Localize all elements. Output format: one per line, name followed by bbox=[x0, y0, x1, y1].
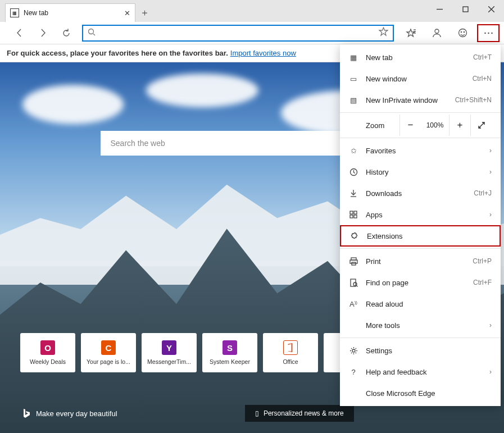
bottom-bar: Make every day beautiful ▯ Personalized … bbox=[0, 405, 504, 422]
menu-apps[interactable]: Apps› bbox=[340, 204, 501, 225]
window-controls bbox=[426, 0, 504, 18]
menu-favorites[interactable]: ✩Favorites› bbox=[340, 140, 501, 161]
settings-and-more-button[interactable] bbox=[477, 24, 500, 42]
menu-read-aloud[interactable]: A))Read aloud bbox=[340, 293, 501, 315]
window-close-button[interactable] bbox=[478, 0, 504, 18]
menu-close-edge[interactable]: Close Microsoft Edge bbox=[340, 382, 501, 404]
print-icon bbox=[349, 257, 358, 266]
top-site-tile[interactable]: SSystem Keeper bbox=[202, 333, 257, 372]
office-icon bbox=[283, 340, 298, 355]
news-label: Personalized news & more bbox=[264, 409, 344, 417]
svg-rect-1 bbox=[463, 7, 468, 12]
browser-tab[interactable]: ▦ New tab ✕ bbox=[5, 3, 135, 22]
menu-more-tools[interactable]: More tools› bbox=[340, 315, 501, 336]
fullscreen-button[interactable] bbox=[470, 115, 492, 136]
svg-marker-7 bbox=[407, 29, 415, 37]
chevron-right-icon: › bbox=[489, 168, 492, 176]
toolbar bbox=[0, 22, 504, 44]
history-icon bbox=[349, 168, 358, 176]
apps-icon bbox=[349, 211, 358, 218]
svg-point-13 bbox=[461, 31, 461, 32]
tile-label: System Keeper bbox=[210, 358, 250, 365]
read-aloud-icon: A)) bbox=[349, 300, 358, 308]
favorite-star-icon[interactable] bbox=[379, 27, 388, 39]
tile-label: Weekly Deals bbox=[30, 358, 66, 365]
menu-history[interactable]: History› bbox=[340, 161, 501, 183]
newtab-favicon: ▦ bbox=[10, 8, 19, 17]
menu-find[interactable]: Find on pageCtrl+F bbox=[340, 272, 501, 293]
svg-marker-18 bbox=[288, 343, 293, 353]
tile-label: Your page is lo... bbox=[87, 358, 130, 365]
minimize-button[interactable] bbox=[426, 0, 452, 18]
profile-button[interactable] bbox=[425, 24, 448, 42]
window-icon: ▭ bbox=[349, 75, 358, 83]
newtab-icon: ▦ bbox=[349, 53, 358, 62]
top-site-tile[interactable]: Office bbox=[263, 333, 318, 372]
refresh-button[interactable] bbox=[56, 24, 76, 42]
menu-help[interactable]: ?Help and feedback› bbox=[340, 361, 501, 382]
tab-close-button[interactable]: ✕ bbox=[124, 9, 130, 17]
favorites-bar-hint: For quick access, place your favorites h… bbox=[7, 49, 228, 57]
svg-point-17 bbox=[491, 32, 493, 34]
menu-extensions[interactable]: Extensions bbox=[340, 225, 501, 247]
menu-print[interactable]: PrintCtrl+P bbox=[340, 250, 501, 272]
gear-icon bbox=[349, 347, 358, 355]
help-icon: ? bbox=[349, 368, 358, 376]
zoom-in-button[interactable]: + bbox=[449, 115, 470, 136]
new-tab-button[interactable]: ＋ bbox=[135, 3, 153, 21]
favorites-button[interactable] bbox=[399, 24, 422, 42]
personalized-news-button[interactable]: ▯ Personalized news & more bbox=[245, 405, 354, 422]
svg-rect-25 bbox=[354, 211, 357, 214]
favorites-icon: ✩ bbox=[349, 147, 358, 155]
svg-line-33 bbox=[356, 285, 358, 287]
tile-icon: C bbox=[101, 340, 116, 355]
bing-icon bbox=[22, 408, 30, 418]
top-site-tile[interactable]: YMessengerTim... bbox=[142, 333, 197, 372]
settings-and-more-menu: ▦New tabCtrl+T ▭New windowCtrl+N ▧New In… bbox=[340, 44, 501, 406]
tile-icon: Y bbox=[162, 340, 176, 355]
svg-point-16 bbox=[488, 32, 489, 34]
top-sites-row: OWeekly Deals CYour page is lo... YMesse… bbox=[20, 333, 379, 372]
chevron-right-icon: › bbox=[489, 368, 492, 376]
svg-rect-29 bbox=[350, 260, 357, 263]
menu-new-window[interactable]: ▭New windowCtrl+N bbox=[340, 68, 501, 89]
address-input[interactable] bbox=[99, 29, 379, 37]
downloads-icon bbox=[349, 189, 358, 197]
bing-attribution[interactable]: Make every day beautiful bbox=[22, 408, 117, 418]
tab-title: New tab bbox=[24, 9, 120, 17]
menu-new-inprivate[interactable]: ▧New InPrivate windowCtrl+Shift+N bbox=[340, 89, 501, 111]
menu-zoom: Zoom − 100% + bbox=[340, 115, 501, 136]
zoom-value: 100% bbox=[421, 121, 449, 129]
svg-line-5 bbox=[93, 34, 95, 35]
titlebar: ▦ New tab ✕ ＋ bbox=[0, 0, 504, 22]
inprivate-icon: ▧ bbox=[349, 96, 358, 104]
search-icon bbox=[88, 28, 96, 38]
svg-marker-6 bbox=[379, 28, 388, 35]
menu-new-tab[interactable]: ▦New tabCtrl+T bbox=[340, 47, 501, 68]
address-bar[interactable] bbox=[82, 25, 394, 42]
top-site-tile[interactable]: CYour page is lo... bbox=[81, 333, 136, 372]
feedback-smiley-button[interactable] bbox=[451, 24, 474, 42]
svg-marker-19 bbox=[24, 409, 30, 418]
maximize-button[interactable] bbox=[452, 0, 478, 18]
news-icon: ▯ bbox=[255, 409, 259, 417]
back-button[interactable] bbox=[9, 24, 29, 42]
top-site-tile[interactable]: OWeekly Deals bbox=[20, 333, 75, 372]
menu-settings[interactable]: Settings bbox=[340, 340, 501, 361]
svg-line-20 bbox=[479, 122, 484, 128]
forward-button[interactable] bbox=[33, 24, 53, 42]
tile-icon: S bbox=[223, 340, 237, 355]
extensions-icon bbox=[350, 232, 359, 240]
tile-icon: O bbox=[40, 340, 55, 355]
search-placeholder: Search the web bbox=[111, 139, 165, 148]
chevron-right-icon: › bbox=[489, 147, 492, 154]
zoom-out-button[interactable]: − bbox=[399, 115, 421, 136]
import-favorites-link[interactable]: Import favorites now bbox=[230, 49, 296, 57]
tile-label: MessengerTim... bbox=[147, 358, 191, 365]
chevron-right-icon: › bbox=[489, 321, 492, 329]
find-icon bbox=[349, 279, 358, 287]
svg-point-4 bbox=[89, 29, 94, 34]
bing-label: Make every day beautiful bbox=[36, 409, 117, 418]
menu-downloads[interactable]: DownloadsCtrl+J bbox=[340, 183, 501, 204]
svg-rect-26 bbox=[350, 215, 353, 218]
